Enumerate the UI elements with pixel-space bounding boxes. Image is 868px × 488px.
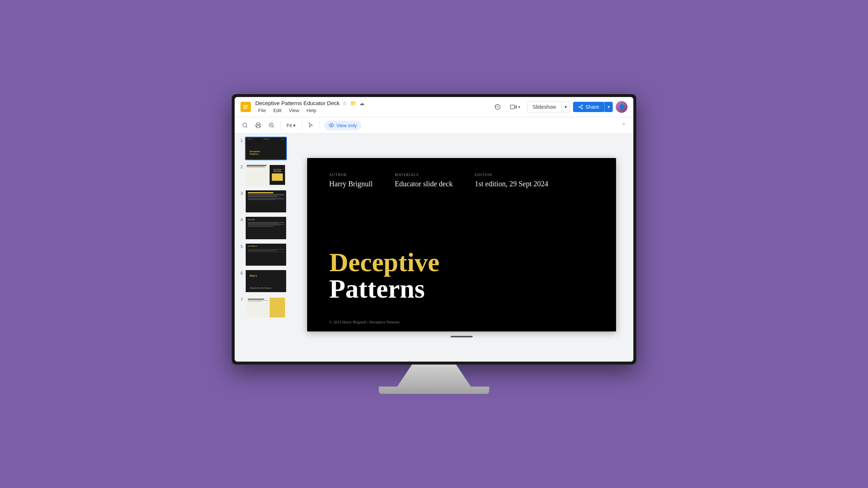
monitor-base: [379, 387, 489, 394]
slide-item-4[interactable]: 4 Dark slide: [238, 216, 287, 240]
slide-scroll-indicator: [451, 336, 473, 337]
cloud-icon[interactable]: ☁: [359, 100, 364, 106]
monitor-wrapper: Deceptive Patterns Educator Deck ☆ 📁 ☁ F…: [232, 94, 636, 394]
slide-item-3[interactable]: 3: [238, 190, 287, 213]
menu-bar: File Edit View Help: [255, 107, 487, 114]
avatar-image: 👤: [616, 101, 627, 113]
toolbar-right: ⌃: [619, 120, 629, 130]
slide-title-patterns: Patterns: [329, 276, 440, 302]
slide-thumb-inner-5: Grid Williams: [246, 244, 286, 266]
slide-thumb-inner-1: AUTHOR MATERIALS Edition DeceptivePatter…: [246, 137, 286, 159]
svg-line-10: [580, 106, 581, 107]
slide-number-1: 1: [238, 138, 243, 143]
slide-number-5: 5: [238, 244, 243, 249]
slide-title-deceptive: Deceptive: [329, 249, 440, 276]
slide-item-2[interactable]: 2 DECEPTIVEPATTERNS: [238, 163, 287, 187]
zoom-in-button[interactable]: [266, 119, 277, 131]
toolbar-divider-3: [320, 121, 320, 130]
folder-icon[interactable]: 📁: [350, 100, 356, 106]
slide-thumb-inner-7: [246, 297, 286, 319]
slide-edition-group: Edition 1st edition, 29 Sept 2024: [475, 173, 548, 188]
slide-materials-group: MATERIALS Educator slide deck: [395, 173, 453, 188]
slide-materials-value: Educator slide deck: [395, 180, 453, 188]
monitor: Deceptive Patterns Educator Deck ☆ 📁 ☁ F…: [232, 94, 636, 365]
slide-header-section: AUTHOR Harry Brignull MATERIALS Educator…: [329, 173, 594, 188]
screen: Deceptive Patterns Educator Deck ☆ 📁 ☁ F…: [235, 97, 633, 362]
svg-line-9: [580, 107, 581, 108]
svg-point-8: [581, 108, 583, 109]
svg-rect-3: [243, 108, 247, 109]
zoom-control[interactable]: Fit ▾: [284, 121, 299, 130]
slide-item-5[interactable]: 5 Grid Williams: [238, 243, 287, 266]
search-button[interactable]: [239, 119, 251, 131]
toolbar-divider-1: [280, 121, 281, 130]
slideshow-main-button[interactable]: Slideshow: [527, 102, 561, 112]
svg-line-12: [246, 126, 247, 128]
app-icon: [241, 102, 251, 112]
slide-area: AUTHOR Harry Brignull MATERIALS Educator…: [290, 134, 633, 362]
slide-item-6[interactable]: 6 Part 1 Diving into the world of decept…: [238, 269, 287, 293]
title-info: Deceptive Patterns Educator Deck ☆ 📁 ☁ F…: [255, 100, 487, 114]
slide-thumb-1[interactable]: AUTHOR MATERIALS Edition DeceptivePatter…: [245, 137, 287, 160]
slide-thumb-inner-3: [246, 190, 286, 212]
slides-panel: 1 AUTHOR MATERIALS Edition DeceptivePatt…: [235, 134, 290, 362]
slideshow-button-group: Slideshow ▾: [527, 101, 570, 112]
slide-thumb-6[interactable]: Part 1 Diving into the world of deceptio…: [245, 269, 287, 293]
slide-thumb-3[interactable]: [245, 190, 287, 213]
slide-thumb-inner-4: Dark slide: [246, 217, 286, 239]
view-only-button[interactable]: View only: [324, 121, 361, 130]
slide-canvas: AUTHOR Harry Brignull MATERIALS Educator…: [307, 158, 616, 332]
print-button[interactable]: [252, 119, 264, 131]
slide-materials-label: MATERIALS: [395, 173, 453, 177]
slide-number-7: 7: [238, 297, 243, 302]
svg-point-11: [243, 123, 247, 127]
slide-number-3: 3: [238, 191, 243, 195]
history-icon[interactable]: [492, 101, 504, 113]
collapse-toolbar-button[interactable]: ⌃: [619, 120, 629, 130]
slide-item-1[interactable]: 1 AUTHOR MATERIALS Edition DeceptivePatt…: [238, 137, 287, 160]
slideshow-dropdown-button[interactable]: ▾: [561, 102, 570, 112]
star-icon[interactable]: ☆: [342, 100, 347, 106]
slide-author-value: Harry Brignull: [329, 180, 373, 188]
slide-author-group: AUTHOR Harry Brignull: [329, 173, 373, 188]
slide-main-title: Deceptive Patterns: [329, 249, 440, 302]
title-bar-right: ▾ Slideshow ▾: [492, 101, 627, 113]
slide-edition-value: 1st edition, 29 Sept 2024: [475, 180, 548, 188]
cursor-button[interactable]: [305, 119, 317, 131]
slide-item-7[interactable]: 7: [238, 296, 287, 319]
slide-author-label: AUTHOR: [329, 173, 373, 177]
svg-point-18: [331, 125, 332, 126]
slide-thumb-inner-2: DECEPTIVEPATTERNS: [246, 164, 286, 186]
menu-help[interactable]: Help: [303, 107, 319, 114]
share-button-group: Share ▾: [573, 102, 613, 112]
slide-number-2: 2: [238, 165, 243, 169]
slide-thumb-5[interactable]: Grid Williams: [245, 243, 287, 266]
title-bar: Deceptive Patterns Educator Deck ☆ 📁 ☁ F…: [235, 97, 633, 117]
slide-footer: © 2023 Harry Brignull | Deceptive Patter…: [329, 320, 399, 324]
svg-rect-5: [511, 105, 515, 109]
slide-thumb-inner-6: Part 1 Diving into the world of deceptio…: [246, 270, 286, 292]
menu-file[interactable]: File: [255, 107, 269, 114]
slide-number-4: 4: [238, 218, 243, 222]
svg-line-15: [273, 126, 274, 128]
toolbar: Fit ▾ View only: [235, 117, 633, 134]
slide-number-6: 6: [238, 271, 243, 275]
camera-button[interactable]: ▾: [506, 102, 524, 112]
user-avatar[interactable]: 👤: [616, 101, 627, 113]
monitor-stand: [397, 365, 471, 387]
share-main-button[interactable]: Share: [573, 102, 604, 112]
share-dropdown-button[interactable]: ▾: [604, 102, 613, 112]
slide-thumb-7[interactable]: [245, 296, 287, 319]
slide-thumb-4[interactable]: Dark slide: [245, 216, 287, 240]
main-content: 1 AUTHOR MATERIALS Edition DeceptivePatt…: [235, 134, 633, 362]
svg-rect-13: [257, 126, 260, 128]
svg-point-6: [581, 105, 583, 106]
toolbar-divider-2: [302, 121, 302, 130]
menu-view[interactable]: View: [286, 107, 302, 114]
slide-thumb-2[interactable]: DECEPTIVEPATTERNS: [245, 163, 287, 187]
document-title: Deceptive Patterns Educator Deck ☆ 📁 ☁: [255, 100, 487, 106]
svg-rect-2: [243, 107, 248, 107]
menu-edit[interactable]: Edit: [270, 107, 284, 114]
svg-point-7: [579, 106, 580, 108]
svg-rect-1: [243, 105, 248, 106]
